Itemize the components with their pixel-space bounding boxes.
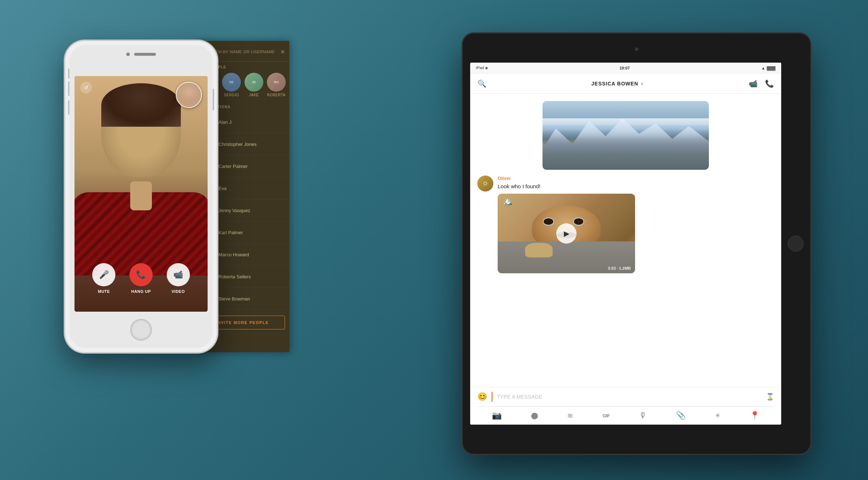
contact-name-eva: Eva <box>218 186 226 191</box>
message-content: Oliver Look who I found! <box>498 176 774 273</box>
video-thumbnail[interactable]: 🏔️ ▶ 3:53 · 1.2MB <box>498 194 635 273</box>
contact-name-roberta-sellers: Roberta Sellers <box>218 274 251 279</box>
top-avatar-roberta: RO <box>267 73 286 92</box>
self-preview-image <box>176 83 201 107</box>
neck <box>130 181 152 210</box>
video-button[interactable]: 📹 VIDEO <box>167 263 190 294</box>
message-row-oliver: O Oliver Look who I found! <box>477 176 774 273</box>
circle-toolbar-icon[interactable]: ⬤ <box>531 412 538 420</box>
call-controls: 🎤 MUTE 📞 HANG UP 📹 VIDEO <box>75 263 208 294</box>
wifi-icon: ▲ <box>761 66 765 70</box>
mountains <box>542 118 709 170</box>
iphone-body: ↺ 🎤 MUTE 📞 HANG UP 📹 VIDE <box>69 45 213 348</box>
top-person-roberta[interactable]: RO ROBERTA <box>267 73 286 97</box>
vol-down-button <box>68 100 69 115</box>
sticker-icon: 🏔️ <box>503 197 512 206</box>
search-icon[interactable]: 🔍 <box>477 79 486 88</box>
hangup-icon-circle: 📞 <box>129 263 153 286</box>
top-person-jake[interactable]: JK JAKE <box>244 73 263 97</box>
contact-name-steve-bowman: Steve Bowman <box>218 296 250 302</box>
location-toolbar-icon[interactable]: 📍 <box>750 411 760 420</box>
emoji-icon[interactable]: 😊 <box>477 392 487 401</box>
ipad-device: iPad ◈ 19:07 ▲ ▓▓▓ 🔍 JESSICA BOWEN ∨ <box>463 34 810 454</box>
self-preview <box>176 82 202 108</box>
mountain-image <box>542 101 709 170</box>
iphone-top-bar <box>69 52 213 56</box>
sender-name: Oliver <box>498 176 774 181</box>
call-background: ↺ 🎤 MUTE 📞 HANG UP 📹 VIDE <box>75 76 208 312</box>
video-duration-size: 3:53 · 1.2MB <box>608 266 631 270</box>
home-button[interactable] <box>130 319 152 341</box>
scene: ↺ 🎤 MUTE 📞 HANG UP 📹 VIDE <box>36 23 832 457</box>
input-orange-accent <box>492 392 493 402</box>
header-icons: 📹 📞 <box>749 79 774 88</box>
vol-up-button <box>68 81 69 96</box>
video-label: VIDEO <box>171 289 185 294</box>
mountain-image-message <box>542 101 709 170</box>
contact-name-carter-palmer: Carter Palmer <box>218 164 248 169</box>
dog-paw <box>525 243 553 257</box>
chat-input-area: 😊 TYPE A MESSAGE ⌛ 📷 ⬤ ≋ GIF 🎙 📎 ✳ 📍 <box>470 387 781 425</box>
phone-call-icon[interactable]: 📞 <box>765 79 774 88</box>
contact-name-karl-palmer: Karl Palmer <box>218 230 243 235</box>
mute-icon-circle: 🎤 <box>92 263 115 286</box>
gif-toolbar-button[interactable]: GIF <box>603 413 610 418</box>
ipad-home-button[interactable] <box>788 236 804 252</box>
close-button[interactable]: ✕ <box>280 49 285 55</box>
iphone-screen: ↺ 🎤 MUTE 📞 HANG UP 📹 VIDE <box>75 76 208 312</box>
contact-display-name: JESSICA BOWEN <box>591 81 638 87</box>
top-avatar-jake: JK <box>244 73 263 92</box>
message-text: Look who I found! <box>498 182 774 190</box>
front-camera <box>126 52 130 56</box>
contact-name-jenny-vasquez: Jenny Vasquez <box>218 208 250 213</box>
message-input[interactable]: TYPE A MESSAGE <box>497 394 762 400</box>
top-person-sergio[interactable]: SE SERGIO <box>222 73 241 97</box>
video-icon-circle: 📹 <box>167 263 190 286</box>
hangup-button[interactable]: 📞 HANG UP <box>129 263 153 294</box>
top-name-roberta: ROBERTA <box>267 93 286 97</box>
dog-eye-left <box>543 218 554 226</box>
call-timer-icon: ↺ <box>80 82 92 93</box>
chat-messages: O Oliver Look who I found! <box>470 94 781 387</box>
earpiece <box>134 53 156 56</box>
status-left: iPad ◈ <box>476 66 488 70</box>
status-right: ▲ ▓▓▓ <box>761 66 775 70</box>
contact-name-marco-howard: Marco Howard <box>218 252 249 257</box>
play-button[interactable]: ▶ <box>556 223 576 244</box>
video-call-icon[interactable]: 📹 <box>749 79 758 88</box>
hourglass-icon: ⌛ <box>766 393 774 401</box>
mute-button[interactable]: 🎤 MUTE <box>92 263 115 294</box>
status-bar: iPad ◈ 19:07 ▲ ▓▓▓ <box>470 63 781 73</box>
top-avatar-sergio: SE <box>222 73 241 92</box>
camera-toolbar-icon[interactable]: 📷 <box>492 411 502 420</box>
snow-overlay <box>542 118 709 139</box>
mute-label: MUTE <box>98 289 110 294</box>
contact-name-christopher-jones: Christopher Jones <box>218 142 257 147</box>
ipad-camera <box>635 47 638 51</box>
power-button <box>213 89 214 110</box>
attach-toolbar-icon[interactable]: 📎 <box>676 411 686 420</box>
top-name-jake: JAKE <box>249 93 259 97</box>
ipad-content: iPad ◈ 19:07 ▲ ▓▓▓ 🔍 JESSICA BOWEN ∨ <box>470 63 781 425</box>
top-name-sergio: SERGIO <box>224 93 239 97</box>
message-input-row: 😊 TYPE A MESSAGE ⌛ <box>477 392 774 407</box>
chat-header: 🔍 JESSICA BOWEN ∨ 📹 📞 <box>470 73 781 94</box>
oliver-avatar-inner: O <box>477 176 493 191</box>
hangup-label: HANG UP <box>131 289 151 294</box>
ipad-screen: iPad ◈ 19:07 ▲ ▓▓▓ 🔍 JESSICA BOWEN ∨ <box>470 63 781 425</box>
spark-toolbar-icon[interactable]: ✳ <box>715 412 720 420</box>
hair <box>101 83 181 127</box>
mute-switch <box>68 68 69 79</box>
iphone-device: ↺ 🎤 MUTE 📞 HANG UP 📹 VIDE <box>65 41 217 352</box>
chevron-down-icon[interactable]: ∨ <box>641 81 644 86</box>
chat-toolbar: 📷 ⬤ ≋ GIF 🎙 📎 ✳ 📍 <box>477 411 774 420</box>
layers-toolbar-icon[interactable]: ≋ <box>567 411 573 420</box>
oliver-avatar: O <box>477 176 493 191</box>
contact-name-alan-j: Alan J <box>218 119 231 125</box>
battery-icon: ▓▓▓ <box>767 66 775 70</box>
mic-toolbar-icon[interactable]: 🎙 <box>639 411 647 420</box>
status-time: 19:07 <box>620 66 630 70</box>
chat-header-center: JESSICA BOWEN ∨ <box>591 81 644 87</box>
